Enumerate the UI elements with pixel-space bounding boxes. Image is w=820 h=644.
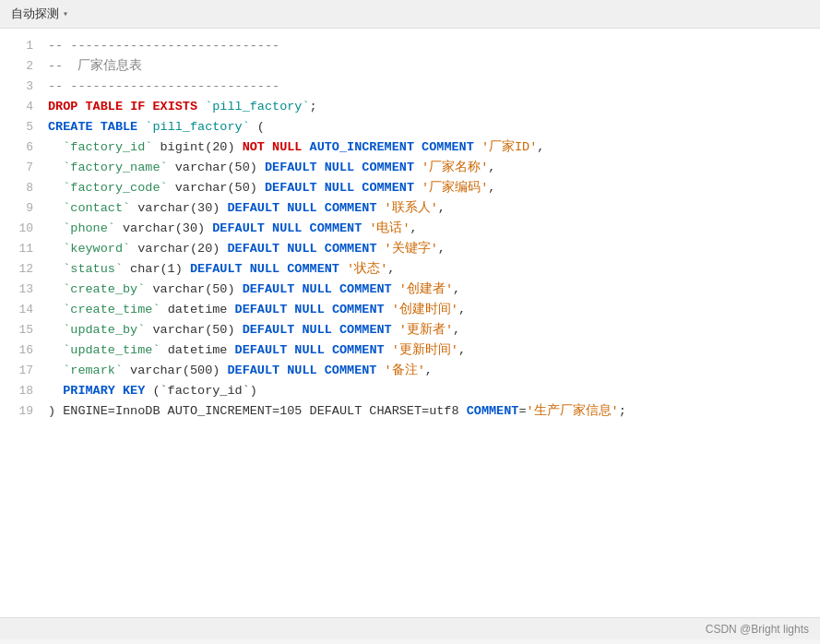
code-token: , <box>537 140 544 154</box>
code-token: DEFAULT <box>235 343 295 357</box>
code-token: `pill_factory` <box>145 120 249 134</box>
line-number: 2 <box>7 56 33 77</box>
code-token: (`factory_id`) <box>152 384 256 398</box>
code-token: , <box>425 364 433 377</box>
code-token: '更新时间' <box>392 343 458 357</box>
code-token: NULL <box>287 201 325 215</box>
code-token: COMMENT <box>422 140 481 154</box>
code-line: 12 `status` char(1) DEFAULT NULL COMMENT… <box>0 259 820 280</box>
code-token: TABLE <box>86 100 131 113</box>
code-token: `update_by` <box>48 323 145 337</box>
footer-text: CSDN @Bright lights <box>706 623 809 636</box>
code-token: , <box>458 303 466 316</box>
code-token: ; <box>310 100 317 113</box>
line-content: `factory_name` varchar(50) DEFAULT NULL … <box>48 158 495 178</box>
code-token: COMMENT <box>310 221 370 235</box>
line-content: -- ---------------------------- <box>48 77 279 97</box>
code-line: 11 `keyword` varchar(20) DEFAULT NULL CO… <box>0 239 820 259</box>
code-line: 5CREATE TABLE `pill_factory` ( <box>0 117 820 137</box>
code-token: `update_time` <box>48 343 160 357</box>
code-token: `keyword` <box>48 242 130 256</box>
code-token: varchar(30) <box>115 221 212 235</box>
code-token: '生产厂家信息' <box>527 404 619 418</box>
line-content: ) ENGINE=InnoDB AUTO_INCREMENT=105 DEFAU… <box>48 401 626 422</box>
code-token: EXISTS <box>152 100 205 113</box>
code-token: '更新者' <box>399 323 453 337</box>
toolbar-label[interactable]: 自动探测 <box>11 6 59 22</box>
code-token: -- 厂家信息表 <box>48 59 142 73</box>
line-number: 18 <box>7 381 33 401</box>
line-number: 4 <box>7 97 33 117</box>
line-number: 16 <box>7 340 33 361</box>
line-content: `status` char(1) DEFAULT NULL COMMENT '状… <box>48 259 395 280</box>
code-token: varchar(50) <box>145 282 242 296</box>
code-token: COMMENT <box>325 364 385 377</box>
code-token: '厂家编码' <box>422 181 488 195</box>
code-token: COMMENT <box>362 161 422 174</box>
code-token: , <box>438 242 446 256</box>
code-token: COMMENT <box>362 181 422 195</box>
code-token: `phone` <box>48 221 115 235</box>
code-token: varchar(50) <box>168 161 265 174</box>
code-token: NULL <box>250 262 288 276</box>
code-token: , <box>438 201 446 215</box>
code-token: -- ---------------------------- <box>48 79 279 93</box>
code-token: '状态' <box>347 262 387 276</box>
code-token: '电话' <box>369 221 410 235</box>
code-token: , <box>458 343 466 357</box>
code-token: '联系人' <box>385 201 438 215</box>
line-number: 13 <box>7 280 33 300</box>
line-content: PRIMARY KEY (`factory_id`) <box>48 381 257 401</box>
line-content: `create_by` varchar(50) DEFAULT NULL COM… <box>48 280 460 300</box>
code-token: DEFAULT <box>265 161 325 174</box>
code-line: 4DROP TABLE IF EXISTS `pill_factory`; <box>0 97 820 117</box>
code-token: '关键字' <box>385 242 438 256</box>
code-line: 3-- ---------------------------- <box>0 77 820 97</box>
code-token: ( <box>250 120 265 134</box>
code-token: `pill_factory` <box>205 100 309 113</box>
code-token: DEFAULT <box>235 303 295 316</box>
code-token: '厂家名称' <box>422 161 488 174</box>
code-token: DEFAULT <box>212 221 272 235</box>
code-token: NULL <box>294 343 332 357</box>
line-number: 17 <box>7 361 33 381</box>
line-number: 3 <box>7 77 33 97</box>
code-token: DEFAULT <box>227 242 287 256</box>
code-token: IF <box>130 100 152 113</box>
code-line: 9 `contact` varchar(30) DEFAULT NULL COM… <box>0 198 820 219</box>
code-token: -- ---------------------------- <box>48 39 279 53</box>
code-token: COMMENT <box>467 404 519 418</box>
line-content: CREATE TABLE `pill_factory` ( <box>48 117 265 137</box>
code-token: DEFAULT <box>243 323 303 337</box>
code-token: `create_by` <box>48 282 145 296</box>
code-token: COMMENT <box>339 282 399 296</box>
line-content: `contact` varchar(30) DEFAULT NULL COMME… <box>48 198 446 219</box>
code-token: `status` <box>48 262 123 276</box>
code-line: 19) ENGINE=InnoDB AUTO_INCREMENT=105 DEF… <box>0 401 820 422</box>
code-token: char(1) <box>123 262 190 276</box>
code-token: datetime <box>160 303 235 316</box>
line-number: 19 <box>7 401 33 422</box>
code-line: 1-- ---------------------------- <box>0 36 820 56</box>
code-token: COMMENT <box>325 242 385 256</box>
code-token: DEFAULT <box>227 364 287 377</box>
code-token: NULL <box>272 140 310 154</box>
code-token: DROP <box>48 100 86 113</box>
code-token: COMMENT <box>287 262 347 276</box>
code-token: '厂家ID' <box>481 140 537 154</box>
code-token: TABLE <box>101 120 146 134</box>
code-token: COMMENT <box>332 303 392 316</box>
line-content: `keyword` varchar(20) DEFAULT NULL COMME… <box>48 239 446 259</box>
dropdown-arrow-icon[interactable]: ▾ <box>63 8 68 19</box>
code-token: COMMENT <box>339 323 399 337</box>
code-token: COMMENT <box>325 201 385 215</box>
footer: CSDN @Bright lights <box>0 617 820 639</box>
line-content: DROP TABLE IF EXISTS `pill_factory`; <box>48 97 317 117</box>
code-token: '创建者' <box>399 282 453 296</box>
code-editor: 1-- ----------------------------2-- 厂家信息… <box>0 29 820 617</box>
code-token: NULL <box>287 364 325 377</box>
code-token: bigint(20) <box>152 140 242 154</box>
code-line: 17 `remark` varchar(500) DEFAULT NULL CO… <box>0 361 820 381</box>
code-token: varchar(30) <box>130 201 227 215</box>
code-token: ) ENGINE=InnoDB AUTO_INCREMENT=105 DEFAU… <box>48 404 467 418</box>
